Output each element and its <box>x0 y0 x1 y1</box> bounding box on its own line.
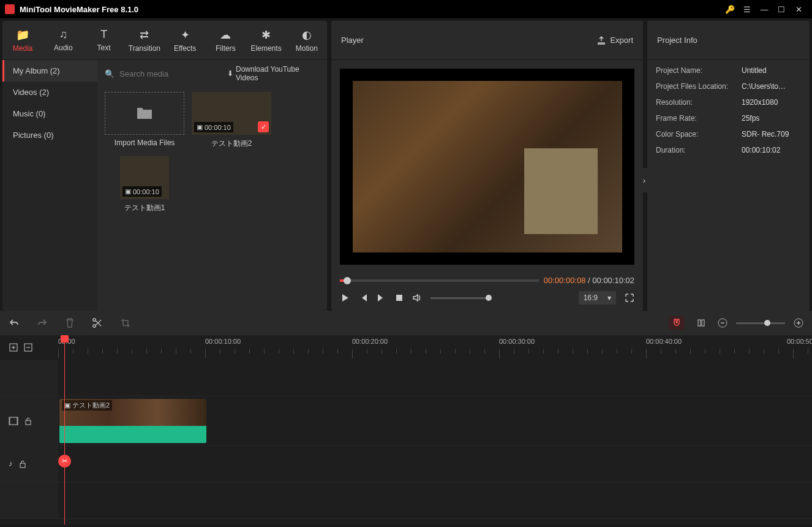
sidebar-item[interactable]: Pictures (0) <box>2 124 97 146</box>
info-key: Duration: <box>656 146 742 154</box>
video-preview[interactable] <box>340 69 634 265</box>
preview-frame <box>353 81 622 252</box>
toolbar-audio[interactable]: ♫Audio <box>43 21 83 59</box>
download-youtube-link[interactable]: ⬇ Download YouTube Videos <box>227 65 320 82</box>
playhead-split-icon[interactable]: ✂ <box>58 455 71 468</box>
video-track[interactable]: ▣ テスト動画2 <box>0 396 812 445</box>
ruler-tick <box>602 349 603 354</box>
volume-slider[interactable] <box>430 297 492 299</box>
media-panel: 📁Media♫AudioTText⇄Transition✦Effects☁Fil… <box>2 21 327 311</box>
toolbar-filters[interactable]: ☁Filters <box>205 21 246 59</box>
lock-track-icon[interactable] <box>24 417 32 425</box>
sidebar-item[interactable]: Music (0) <box>2 103 97 124</box>
stop-button[interactable] <box>395 294 404 302</box>
info-key: Project Files Location: <box>656 82 742 91</box>
import-media-button[interactable]: Import Media Files <box>105 92 184 149</box>
ruler-tick <box>734 349 735 354</box>
svg-rect-3 <box>698 320 701 326</box>
main-toolbar: 📁Media♫AudioTText⇄Transition✦Effects☁Fil… <box>2 21 327 60</box>
toolbar-label: Audio <box>54 44 73 52</box>
player-scrubber[interactable] <box>340 279 539 282</box>
undo-button[interactable] <box>9 317 20 328</box>
remove-track-button[interactable] <box>23 343 33 352</box>
ruler-tick <box>470 349 470 354</box>
search-input[interactable] <box>119 69 222 78</box>
playhead-handle-icon <box>61 335 69 343</box>
total-time: 00:00:10:02 <box>592 276 634 285</box>
toolbar-motion[interactable]: ◐Motion <box>287 21 327 59</box>
timeline-clip[interactable]: ▣ テスト動画2 <box>59 399 206 443</box>
ruler-tick <box>205 349 206 358</box>
toolbar-transition[interactable]: ⇄Transition <box>124 21 165 59</box>
sidebar-item[interactable]: Videos (2) <box>2 82 97 103</box>
ruler-label: 00:00:30:00 <box>499 338 535 345</box>
collapse-panel-button[interactable]: › <box>641 168 647 192</box>
delete-button[interactable] <box>65 317 75 328</box>
duration-badge: ▣00:00:10 <box>122 186 162 197</box>
import-media-label: Import Media Files <box>115 138 175 147</box>
menu-icon[interactable]: ☰ <box>739 1 756 18</box>
split-button[interactable] <box>92 317 103 328</box>
ruler-tick <box>102 349 103 354</box>
export-button[interactable]: Export <box>596 36 633 45</box>
toolbar-text[interactable]: TText <box>84 21 124 59</box>
add-track-button[interactable] <box>9 343 18 352</box>
volume-button[interactable] <box>412 293 422 303</box>
ruler-tick <box>587 349 588 354</box>
ruler-tick <box>675 349 676 354</box>
timeline-tracks: ▣ テスト動画2 ♪ <box>0 360 812 525</box>
elements-icon: ✱ <box>261 28 271 42</box>
next-frame-button[interactable] <box>377 293 386 303</box>
ruler-label: 00:00:40:00 <box>646 338 682 345</box>
toolbar-media[interactable]: 📁Media <box>2 21 43 59</box>
maximize-button[interactable]: ☐ <box>773 1 790 18</box>
magnet-snap-toggle[interactable] <box>669 316 685 330</box>
sidebar-item[interactable]: My Album (2) <box>2 60 97 82</box>
playhead[interactable]: ✂ <box>64 335 65 525</box>
current-time: 00:00:00:08 <box>544 276 586 285</box>
project-info-row: Duration:00:00:10:02 <box>656 146 801 154</box>
timeline-ruler[interactable]: 00:0000:00:10:0000:00:20:0000:00:30:0000… <box>0 335 812 360</box>
toolbar-label: Motion <box>296 44 318 53</box>
player-title: Player <box>341 36 596 45</box>
ruler-tick <box>514 349 514 354</box>
text-icon: T <box>100 28 107 41</box>
music-icon: ♫ <box>59 28 68 41</box>
crop-button[interactable] <box>120 317 131 328</box>
link-tracks-toggle[interactable] <box>693 316 709 330</box>
close-button[interactable]: ✕ <box>790 1 807 18</box>
minimize-button[interactable]: — <box>756 1 773 18</box>
aspect-ratio-select[interactable]: 16:9 ▾ <box>579 291 616 305</box>
fullscreen-button[interactable] <box>625 293 634 303</box>
zoom-out-button[interactable] <box>718 318 727 328</box>
timeline-panel: ✂ 00:0000:00:10:0000:00:20:0000:00:30:00… <box>0 311 812 525</box>
audio-track-icon: ♪ <box>9 459 13 468</box>
project-info-panel: › Project Info Project Name:UntitledProj… <box>647 21 810 311</box>
ruler-tick <box>426 349 426 354</box>
download-youtube-label: Download YouTube Videos <box>236 65 320 82</box>
redo-button[interactable] <box>37 317 48 328</box>
info-value: 25fps <box>742 114 801 123</box>
zoom-in-button[interactable] <box>794 318 803 328</box>
unlock-key-icon[interactable]: 🔑 <box>721 1 739 18</box>
ruler-tick <box>617 349 617 354</box>
zoom-slider[interactable] <box>736 322 785 324</box>
lock-track-icon[interactable] <box>19 460 26 468</box>
ruler-tick <box>161 349 162 354</box>
overlay-track[interactable] <box>0 360 812 396</box>
toolbar-elements[interactable]: ✱Elements <box>246 21 287 59</box>
player-timecode: 00:00:00:08 / 00:00:10:02 <box>544 276 634 285</box>
audio-track[interactable]: ♪ <box>0 445 812 482</box>
media-thumbnail[interactable]: ▣00:00:10✓テスト動画2 <box>192 92 271 149</box>
extra-track[interactable] <box>0 482 812 519</box>
toolbar-effects[interactable]: ✦Effects <box>165 21 205 59</box>
project-info-row: Frame Rate:25fps <box>656 114 801 123</box>
toolbar-label: Text <box>97 44 111 52</box>
ruler-tick <box>705 349 705 354</box>
ruler-tick <box>73 349 73 354</box>
prev-frame-button[interactable] <box>358 293 368 303</box>
play-button[interactable] <box>340 293 350 303</box>
ruler-tick <box>543 349 544 354</box>
folder-icon <box>136 107 153 120</box>
media-thumbnail[interactable]: ▣00:00:10テスト動画1 <box>105 156 184 213</box>
